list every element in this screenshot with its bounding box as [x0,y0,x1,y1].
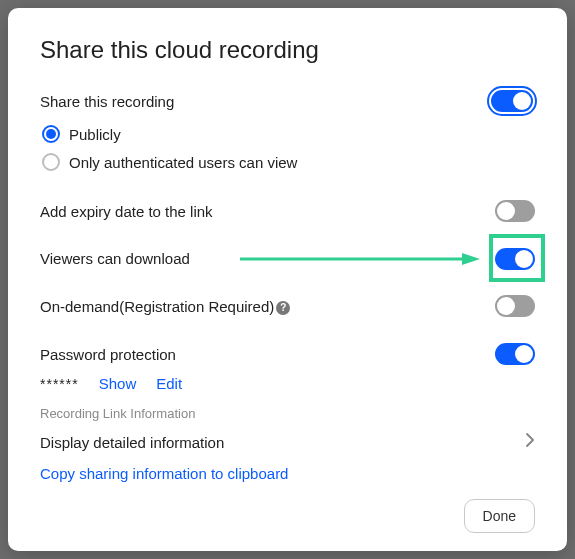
radio-icon [42,153,60,171]
download-label: Viewers can download [40,250,190,267]
svg-marker-1 [462,253,480,265]
radio-icon [42,125,60,143]
radio-authenticated[interactable]: Only authenticated users can view [42,148,535,176]
ondemand-label-text: On-demand(Registration Required) [40,298,274,315]
ondemand-label: On-demand(Registration Required)? [40,298,290,315]
copy-sharing-row: Copy sharing information to clipboard [40,465,535,483]
done-button[interactable]: Done [464,499,535,533]
ondemand-toggle[interactable] [495,295,535,317]
share-recording-toggle[interactable] [489,88,535,114]
share-recording-row: Share this recording [40,82,535,120]
ondemand-row: On-demand(Registration Required)? [40,287,535,325]
expiry-label: Add expiry date to the link [40,203,213,220]
password-toggle[interactable] [495,343,535,365]
chevron-right-icon [525,432,535,452]
password-show-link[interactable]: Show [99,375,137,392]
password-row: Password protection [40,335,535,373]
password-mask: ****** [40,376,79,392]
download-row: Viewers can download [40,240,535,278]
radio-publicly[interactable]: Publicly [42,120,535,148]
modal-title: Share this cloud recording [40,36,535,64]
password-controls: ****** Show Edit [40,375,535,392]
radio-authenticated-label: Only authenticated users can view [69,154,297,171]
download-toggle[interactable] [495,248,535,270]
help-icon[interactable]: ? [276,301,290,315]
annotation-arrow-icon [240,251,480,267]
modal-footer: Done [40,483,535,533]
display-detailed-label: Display detailed information [40,434,224,451]
share-recording-label: Share this recording [40,93,174,110]
password-edit-link[interactable]: Edit [156,375,182,392]
share-recording-modal: Share this cloud recording Share this re… [8,8,567,551]
radio-publicly-label: Publicly [69,126,121,143]
expiry-row: Add expiry date to the link [40,192,535,230]
display-detailed-row[interactable]: Display detailed information [40,425,535,459]
password-label: Password protection [40,346,176,363]
copy-sharing-link[interactable]: Copy sharing information to clipboard [40,465,288,482]
link-info-heading: Recording Link Information [40,406,535,421]
expiry-toggle[interactable] [495,200,535,222]
share-scope-radio-group: Publicly Only authenticated users can vi… [40,120,535,176]
